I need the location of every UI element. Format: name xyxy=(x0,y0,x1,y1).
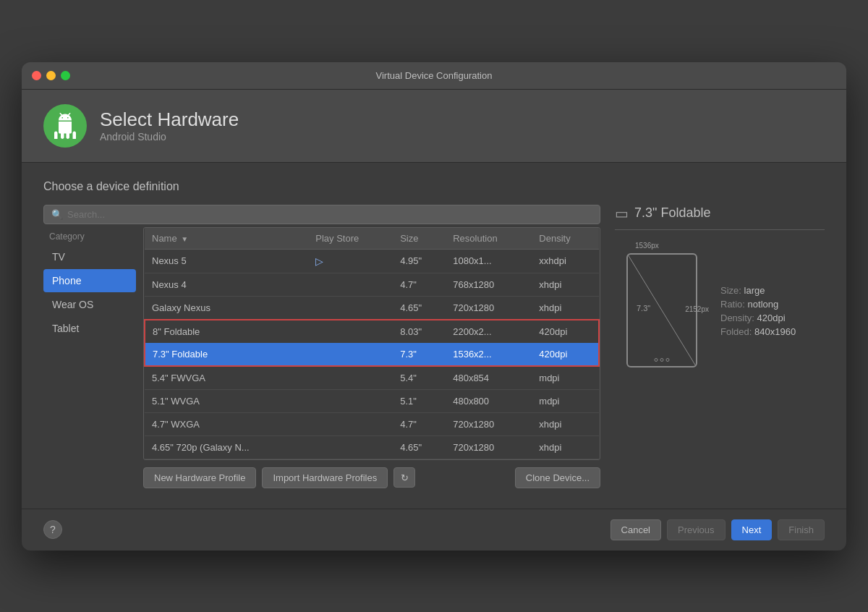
traffic-lights xyxy=(32,71,70,80)
device-size: 5.1" xyxy=(393,389,446,412)
right-panel: ▭ 7.3" Foldable 1536px xyxy=(615,205,825,491)
next-button[interactable]: Next xyxy=(731,519,773,540)
dot xyxy=(666,358,670,362)
cancel-button[interactable]: Cancel xyxy=(610,519,661,540)
device-playstore xyxy=(308,320,393,343)
device-density: 420dpi xyxy=(532,343,599,366)
device-playstore xyxy=(308,366,393,390)
help-button[interactable]: ? xyxy=(43,520,62,539)
width-label: 1536px xyxy=(635,242,659,250)
table-row[interactable]: 4.7" WXGA 4.7" 720x1280 xhdpi xyxy=(145,412,599,435)
choose-label: Choose a device definition xyxy=(43,180,825,193)
spec-size-value: large xyxy=(744,285,765,296)
device-playstore xyxy=(308,412,393,435)
col-name-label: Name xyxy=(152,233,177,244)
table-row[interactable]: 5.1" WVGA 5.1" 480x800 mdpi xyxy=(145,389,599,412)
page-title: Select Hardware xyxy=(100,109,239,131)
table-wrapper: Name ▼ Play Store Size Resolution Densit… xyxy=(143,227,600,460)
table-row[interactable]: 5.4" FWVGA 5.4" 480x854 mdpi xyxy=(145,366,599,390)
spec-ratio-value: notlong xyxy=(748,299,779,310)
device-name: 4.65" 720p (Galaxy N... xyxy=(145,435,308,459)
device-table: Name ▼ Play Store Size Resolution Densit… xyxy=(144,228,600,459)
table-row[interactable]: Nexus 5 ▷ 4.95" 1080x1... xxhdpi xyxy=(145,249,599,273)
device-preview-title: ▭ 7.3" Foldable xyxy=(615,205,825,222)
device-specs: Size: large Ratio: notlong Density: 420d… xyxy=(720,285,825,340)
previous-button[interactable]: Previous xyxy=(667,519,726,540)
close-button[interactable] xyxy=(32,71,41,80)
main-content: Choose a device definition 🔍 Category TV… xyxy=(22,163,846,509)
sidebar-item-phone[interactable]: Phone xyxy=(43,269,136,292)
device-size: 7.3" xyxy=(393,343,446,366)
main-window: Virtual Device Configuration Select Hard… xyxy=(22,62,846,551)
table-row-foldable73[interactable]: 7.3" Foldable 7.3" 1536x2... 420dpi xyxy=(145,343,599,366)
spec-folded-value: 840x1960 xyxy=(754,326,796,337)
refresh-button[interactable]: ↻ xyxy=(393,467,415,488)
spec-density-row: Density: 420dpi xyxy=(720,313,825,323)
spec-size-label: Size: xyxy=(720,285,741,296)
minimize-button[interactable] xyxy=(46,71,56,80)
sidebar-item-tv[interactable]: TV xyxy=(43,245,136,268)
device-resolution: 480x854 xyxy=(446,366,532,390)
spec-ratio-row: Ratio: notlong xyxy=(720,299,825,310)
footer: ? Cancel Previous Next Finish xyxy=(22,509,846,551)
device-size: 4.95" xyxy=(393,249,446,273)
device-density: mdpi xyxy=(532,366,599,390)
finish-button[interactable]: Finish xyxy=(778,519,825,540)
new-hardware-button[interactable]: New Hardware Profile xyxy=(143,467,256,488)
table-row[interactable]: Nexus 4 4.7" 768x1280 xhdpi xyxy=(145,273,599,296)
title-bar: Virtual Device Configuration xyxy=(22,62,846,90)
footer-left: ? xyxy=(43,520,62,539)
table-row[interactable]: 4.65" 720p (Galaxy N... 4.65" 720x1280 x… xyxy=(145,435,599,459)
device-density: mdpi xyxy=(532,389,599,412)
device-resolution: 720x1280 xyxy=(446,296,532,320)
table-row-foldable8[interactable]: 8" Foldable 8.03" 2200x2... 420dpi xyxy=(145,320,599,343)
size-center-label: 7.3" xyxy=(637,304,650,313)
device-diagram: 1536px xyxy=(615,240,709,385)
spec-size-row: Size: large xyxy=(720,285,825,296)
spec-density-value: 420dpi xyxy=(757,313,786,323)
device-playstore xyxy=(308,389,393,412)
sort-icon: ▼ xyxy=(181,235,188,243)
table-row[interactable]: Galaxy Nexus 4.65" 720x1280 xhdpi xyxy=(145,296,599,320)
android-logo xyxy=(43,104,87,148)
spec-folded-label: Folded: xyxy=(720,326,752,337)
device-size: 4.7" xyxy=(393,273,446,296)
search-input[interactable] xyxy=(67,209,592,220)
spec-density-label: Density: xyxy=(720,313,754,323)
spec-folded-row: Folded: 840x1960 xyxy=(720,326,825,337)
device-playstore xyxy=(308,273,393,296)
device-name: 7.3" Foldable xyxy=(145,343,308,366)
clone-device-button[interactable]: Clone Device... xyxy=(515,467,600,488)
import-hardware-button[interactable]: Import Hardware Profiles xyxy=(262,467,388,488)
col-header-size: Size xyxy=(393,228,446,250)
device-name: 5.1" WVGA xyxy=(145,389,308,412)
device-size: 4.65" xyxy=(393,296,446,320)
device-name: Nexus 4 xyxy=(145,273,308,296)
device-resolution: 768x1280 xyxy=(446,273,532,296)
refresh-icon: ↻ xyxy=(401,472,409,483)
header-text: Select Hardware Android Studio xyxy=(100,109,239,143)
playstore-icon: ▷ xyxy=(315,255,323,267)
dot xyxy=(655,358,658,362)
search-bar: 🔍 xyxy=(43,205,600,224)
table-header-row: Name ▼ Play Store Size Resolution Densit… xyxy=(145,228,599,250)
device-density: xhdpi xyxy=(532,435,599,459)
device-resolution: 720x1280 xyxy=(446,435,532,459)
device-playstore xyxy=(308,343,393,366)
device-resolution: 480x800 xyxy=(446,389,532,412)
device-name: Nexus 5 xyxy=(145,249,308,273)
sidebar-item-wear-os[interactable]: Wear OS xyxy=(43,293,136,316)
sidebar-item-tablet[interactable]: Tablet xyxy=(43,317,136,340)
device-name: 4.7" WXGA xyxy=(145,412,308,435)
left-content: Category TV Phone Wear OS Tablet xyxy=(43,227,600,491)
maximize-button[interactable] xyxy=(61,71,70,80)
left-panel: 🔍 Category TV Phone Wear OS Tablet xyxy=(43,205,600,491)
device-dots xyxy=(655,358,670,362)
device-playstore: ▷ xyxy=(308,249,393,273)
main-panel: 🔍 Category TV Phone Wear OS Tablet xyxy=(43,205,825,491)
search-icon: 🔍 xyxy=(51,209,63,220)
device-density: 420dpi xyxy=(532,320,599,343)
device-preview-icon: ▭ xyxy=(615,205,629,222)
device-size: 4.7" xyxy=(393,412,446,435)
page-subtitle: Android Studio xyxy=(100,131,239,143)
